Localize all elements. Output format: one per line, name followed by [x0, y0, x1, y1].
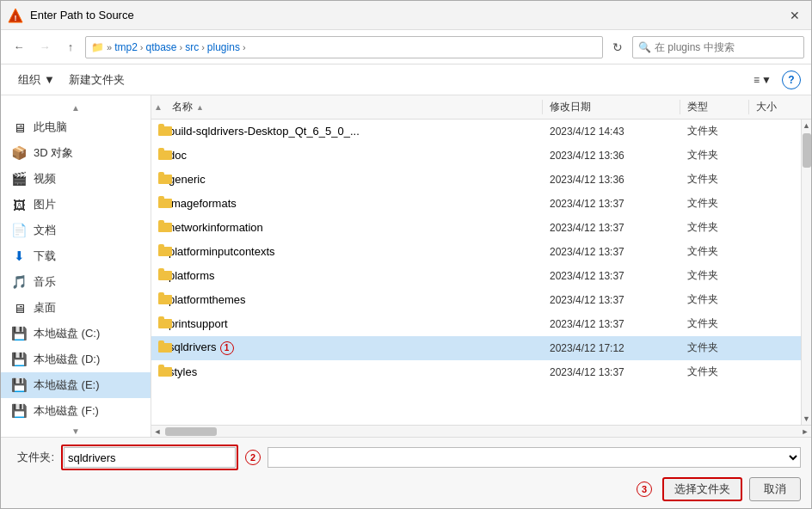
file-row[interactable]: platforms 2023/4/12 13:37 文件夹 — [151, 264, 801, 288]
sidebar-item-music[interactable]: 🎵 音乐 — [1, 269, 151, 295]
sidebar-item-pictures[interactable]: 🖼 图片 — [1, 192, 151, 218]
column-type[interactable]: 类型 — [680, 100, 749, 114]
file-row[interactable]: build-sqldrivers-Desktop_Qt_6_5_0_... 20… — [151, 120, 801, 144]
disk-d-icon: 💾 — [11, 352, 27, 367]
breadcrumb-src[interactable]: src — [185, 41, 199, 53]
sidebar-item-disk-c[interactable]: 💾 本地磁盘 (C:) — [1, 321, 151, 346]
sidebar-item-desktop[interactable]: 🖥 桌面 — [1, 295, 151, 321]
filename-input[interactable] — [64, 447, 236, 468]
file-date: 2023/4/12 13:37 — [543, 222, 680, 234]
horizontal-scrollbar[interactable]: ◄ ► — [151, 425, 811, 437]
file-name: printsupport — [165, 317, 543, 330]
file-type: 文件夹 — [680, 340, 749, 355]
refresh-button[interactable]: ↻ — [606, 36, 629, 58]
desktop-icon: 🖥 — [11, 300, 27, 316]
sidebar-item-disk-e[interactable]: 💾 本地磁盘 (E:) — [1, 372, 151, 398]
scroll-up-arrow[interactable]: ▲ — [802, 120, 812, 132]
sidebar: ▲ 🖥 此电脑 📦 3D 对象 🎬 视频 🖼 图片 📄 文档 — [1, 95, 151, 437]
file-type: 文件夹 — [680, 316, 749, 331]
button-row: 3 选择文件夹 取消 — [11, 477, 801, 501]
file-name: sqldrivers1 — [165, 340, 543, 355]
forward-button[interactable]: → — [34, 36, 56, 58]
file-date: 2023/4/12 13:36 — [543, 150, 680, 162]
badge-3: 3 — [637, 481, 652, 497]
sidebar-label-video: 视频 — [34, 171, 56, 187]
hscroll-right-arrow[interactable]: ► — [799, 426, 811, 438]
app-icon: ! — [8, 8, 23, 23]
file-row[interactable]: doc 2023/4/12 13:36 文件夹 — [151, 144, 801, 168]
scroll-thumb[interactable] — [803, 133, 811, 168]
sidebar-item-disk-d[interactable]: 💾 本地磁盘 (D:) — [1, 346, 151, 372]
breadcrumb-plugins[interactable]: plugins — [207, 41, 240, 53]
column-name[interactable]: 名称 ▲ — [165, 100, 543, 114]
file-row[interactable]: printsupport 2023/4/12 13:37 文件夹 — [151, 312, 801, 336]
close-button[interactable]: ✕ — [785, 6, 804, 25]
file-name: platforminputcontexts — [165, 245, 543, 258]
filetype-dropdown[interactable] — [268, 447, 801, 468]
file-date: 2023/4/12 13:37 — [543, 246, 680, 258]
file-row[interactable]: networkinformation 2023/4/12 13:37 文件夹 — [151, 216, 801, 240]
file-type: 文件夹 — [680, 244, 749, 259]
sidebar-item-downloads[interactable]: ⬇ 下载 — [1, 243, 151, 269]
sidebar-label-desktop: 桌面 — [34, 300, 56, 316]
sidebar-label-disk-c: 本地磁盘 (C:) — [34, 326, 100, 341]
filename-label: 文件夹: — [11, 450, 54, 465]
sidebar-scroll-down[interactable]: ▼ — [1, 424, 151, 437]
new-folder-button[interactable]: 新建文件夹 — [62, 70, 132, 90]
sidebar-item-video[interactable]: 🎬 视频 — [1, 166, 151, 192]
file-date: 2023/4/12 13:37 — [543, 198, 680, 210]
search-input[interactable] — [655, 41, 798, 53]
hscroll-thumb[interactable] — [165, 427, 217, 436]
file-type: 文件夹 — [680, 268, 749, 283]
file-date: 2023/4/12 13:37 — [543, 366, 680, 378]
scroll-down-arrow[interactable]: ▼ — [802, 413, 812, 425]
column-date[interactable]: 修改日期 — [543, 100, 680, 114]
vertical-scrollbar[interactable]: ▲ ▼ — [801, 120, 811, 425]
sidebar-label-disk-d: 本地磁盘 (D:) — [34, 352, 100, 367]
search-icon: 🔍 — [638, 41, 651, 53]
file-type: 文件夹 — [680, 148, 749, 163]
file-row[interactable]: generic 2023/4/12 13:36 文件夹 — [151, 168, 801, 192]
breadcrumb-tmp2[interactable]: tmp2 — [114, 41, 138, 53]
hscroll-left-arrow[interactable]: ◄ — [151, 426, 163, 438]
file-row[interactable]: styles 2023/4/12 13:37 文件夹 — [151, 360, 801, 384]
sidebar-item-documents[interactable]: 📄 文档 — [1, 218, 151, 243]
main-content: ▲ 🖥 此电脑 📦 3D 对象 🎬 视频 🖼 图片 📄 文档 — [1, 95, 811, 437]
file-name: doc — [165, 149, 543, 162]
file-row[interactable]: platforminputcontexts 2023/4/12 13:37 文件… — [151, 240, 801, 264]
cancel-button[interactable]: 取消 — [749, 477, 801, 501]
folder-icon — [151, 196, 165, 211]
folder-icon — [151, 220, 165, 235]
action-toolbar: 组织 ▼ 新建文件夹 ≡ ▼ ? — [1, 64, 811, 95]
organize-button[interactable]: 组织 ▼ — [11, 70, 62, 90]
music-icon: 🎵 — [11, 274, 27, 290]
file-date: 2023/4/12 17:12 — [543, 342, 680, 354]
file-name: styles — [165, 365, 543, 378]
file-row[interactable]: platformthemes 2023/4/12 13:37 文件夹 — [151, 288, 801, 312]
confirm-button[interactable]: 选择文件夹 — [662, 477, 742, 501]
column-size[interactable]: 大小 — [749, 100, 801, 114]
file-date: 2023/4/12 13:36 — [543, 174, 680, 186]
sidebar-item-thispc[interactable]: 🖥 此电脑 — [1, 114, 151, 140]
back-button[interactable]: ← — [8, 36, 30, 58]
up-button[interactable]: ↑ — [59, 36, 82, 58]
address-bar: ← → ↑ 📁 » tmp2 › qtbase › src › plugins … — [1, 30, 811, 64]
svg-text:!: ! — [15, 14, 17, 22]
sidebar-scroll-up[interactable]: ▲ — [1, 101, 151, 114]
video-icon: 🎬 — [11, 171, 27, 187]
3dobjects-icon: 📦 — [11, 145, 27, 161]
pictures-icon: 🖼 — [11, 197, 27, 212]
documents-icon: 📄 — [11, 223, 27, 238]
bottom-panel: 文件夹: 2 3 选择文件夹 取消 — [1, 437, 811, 508]
help-button[interactable]: ? — [782, 71, 801, 89]
breadcrumb-qtbase[interactable]: qtbase — [145, 41, 176, 53]
breadcrumb[interactable]: 📁 » tmp2 › qtbase › src › plugins › — [85, 36, 603, 58]
file-row[interactable]: imageformats 2023/4/12 13:37 文件夹 — [151, 192, 801, 216]
sidebar-item-3dobjects[interactable]: 📦 3D 对象 — [1, 140, 151, 166]
view-button[interactable]: ≡ ▼ — [748, 71, 777, 89]
file-row[interactable]: sqldrivers1 2023/4/12 17:12 文件夹 — [151, 336, 801, 360]
folder-icon — [151, 124, 165, 138]
file-type: 文件夹 — [680, 365, 749, 379]
sidebar-item-disk-f[interactable]: 💾 本地磁盘 (F:) — [1, 398, 151, 424]
file-list-container: ▲ 名称 ▲ 修改日期 类型 大小 — [151, 95, 811, 437]
